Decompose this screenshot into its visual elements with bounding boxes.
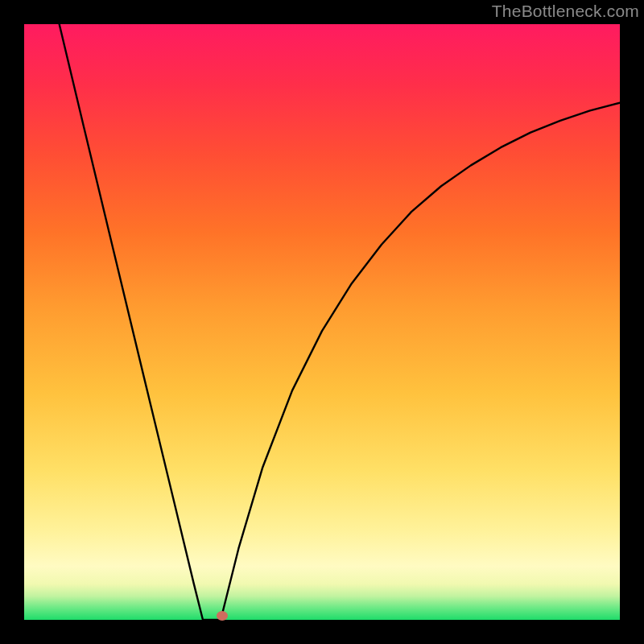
chart-container: TheBottleneck.com bbox=[0, 0, 644, 644]
plot-area bbox=[24, 24, 620, 620]
bottleneck-curve bbox=[24, 24, 620, 620]
optimal-point-marker bbox=[217, 611, 228, 621]
watermark-text: TheBottleneck.com bbox=[492, 2, 639, 21]
curve-path bbox=[60, 24, 620, 620]
